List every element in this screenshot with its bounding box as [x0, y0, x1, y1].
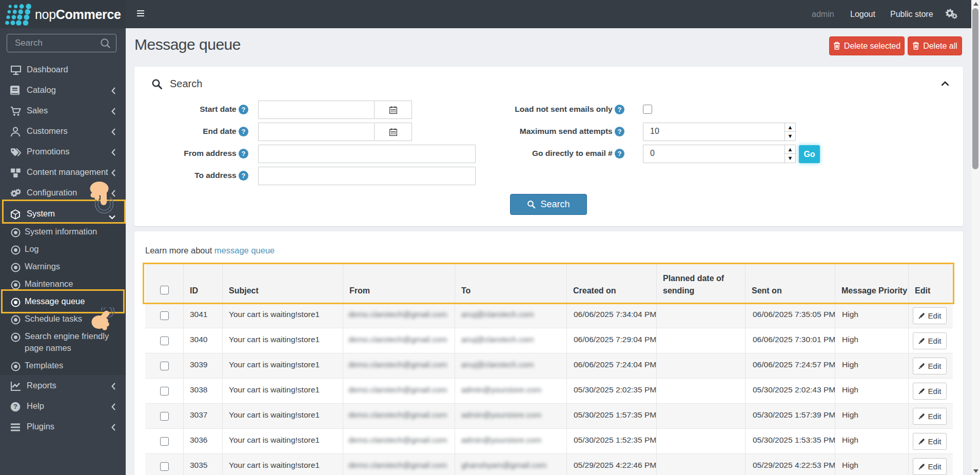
svg-text:?: ? — [13, 403, 17, 410]
